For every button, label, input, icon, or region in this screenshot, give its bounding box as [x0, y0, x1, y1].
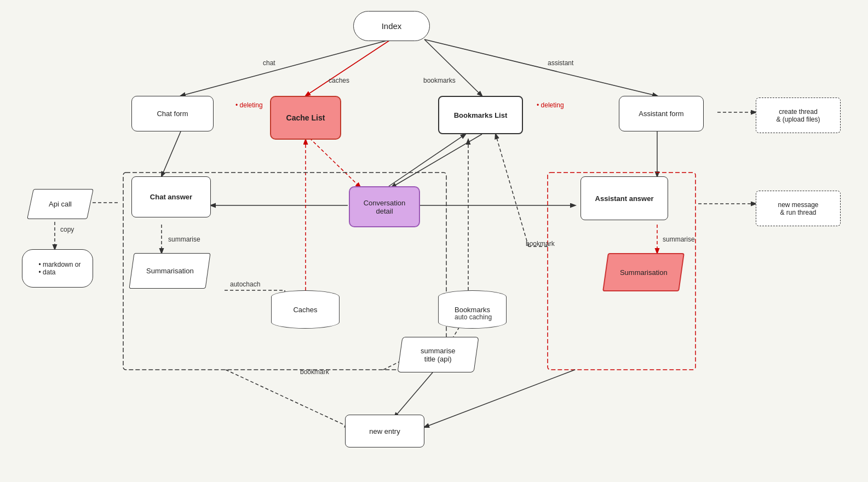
bookmarks-db-label: Bookmarks: [455, 306, 490, 314]
svg-line-24: [226, 370, 349, 427]
index-label: Index: [382, 21, 402, 31]
summarisation-chat-label: Summarisation: [146, 267, 194, 275]
svg-line-2: [306, 39, 391, 96]
svg-line-11: [306, 134, 360, 187]
cache-list-label: Cache List: [286, 113, 325, 122]
svg-line-25: [424, 370, 575, 427]
caches-db-node: Caches: [271, 290, 340, 329]
new-entry-label: new entry: [369, 427, 400, 435]
assistant-form-node: Assistant form: [619, 96, 704, 131]
new-message-run-node: new message & run thread: [756, 191, 841, 226]
bookmarks-list-label: Bookmarks List: [454, 111, 508, 119]
svg-line-0: [181, 39, 391, 96]
svg-line-1: [424, 39, 657, 96]
conversation-detail-label: Conversation detail: [364, 199, 406, 215]
chat-form-label: Chat form: [157, 110, 188, 118]
summarise-title-node: summarise title (api): [397, 337, 479, 372]
new-entry-node: new entry: [345, 415, 424, 447]
assistant-answer-node: Assistant answer: [580, 176, 668, 220]
api-call-label: Api call: [49, 200, 72, 208]
assistant-form-label: Assistant form: [639, 110, 683, 118]
svg-line-4: [162, 131, 181, 176]
svg-line-3: [424, 39, 482, 96]
conversation-detail-node: Conversation detail: [349, 186, 420, 227]
bookmarks-db-node: Bookmarks: [438, 290, 507, 329]
create-thread-node: create thread & (upload files): [756, 97, 841, 133]
caches-db-label: Caches: [293, 306, 317, 314]
bookmarks-list-node: Bookmarks List: [438, 96, 523, 134]
create-thread-label: create thread & (upload files): [776, 108, 820, 123]
summarisation-assistant-label: Summarisation: [620, 268, 668, 277]
summarisation-assistant-node: Summarisation: [602, 253, 685, 291]
markdown-data-node: • markdown or • data: [22, 249, 93, 288]
svg-line-22: [394, 372, 433, 417]
svg-line-13: [389, 134, 465, 186]
chat-answer-node: Chat answer: [131, 176, 211, 217]
markdown-data-label: • markdown or • data: [35, 261, 81, 276]
summarisation-chat-node: Summarisation: [129, 253, 210, 289]
svg-line-29: [496, 134, 528, 246]
chat-form-node: Chat form: [131, 96, 214, 131]
cache-list-node: Cache List: [270, 96, 341, 140]
new-message-run-label: new message & run thread: [778, 201, 818, 216]
api-call-node: Api call: [27, 189, 94, 219]
summarise-title-label: summarise title (api): [421, 347, 456, 363]
chat-answer-label: Chat answer: [150, 193, 192, 201]
index-node: Index: [353, 11, 430, 41]
assistant-answer-label: Assistant answer: [595, 194, 654, 203]
